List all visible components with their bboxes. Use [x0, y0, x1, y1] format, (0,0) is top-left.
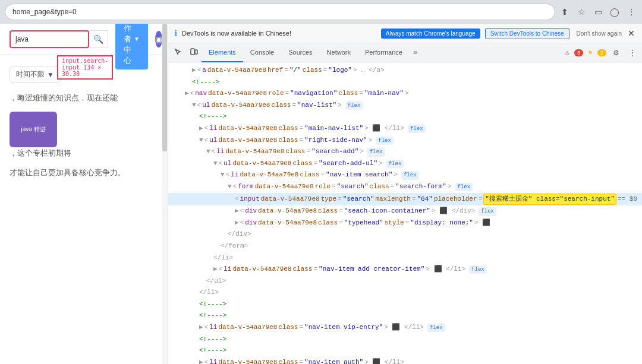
tab-elements-label: Elements — [209, 49, 236, 56]
tab-network[interactable]: Network — [320, 43, 358, 62]
always-match-button[interactable]: Always match Chrome's language — [381, 29, 480, 39]
creator-btn-arrow-icon: ▼ — [134, 36, 140, 42]
tree-line[interactable]: ▼ <ul data-v-54aa79e8 class="nav-list" >… — [168, 100, 642, 112]
browser-content: input.search-input 134 × 30.38 🔍 创作者中心 ▼… — [0, 24, 642, 364]
element-select-icon — [174, 48, 182, 56]
warning-badge: 2 — [597, 49, 606, 56]
address-text: home_page&type=0 — [12, 8, 77, 16]
error-icon: ⚠ — [565, 50, 569, 56]
switch-chinese-button[interactable]: Switch DevTools to Chinese — [485, 28, 569, 39]
tree-line[interactable]: ▶ <li data-v-54aa79e8 class="nav-item au… — [168, 357, 642, 364]
tab-console[interactable]: Console — [243, 43, 281, 62]
tree-line[interactable]: ▼ <li data-v-54aa79e8 class="search-add"… — [168, 146, 642, 158]
svg-rect-0 — [191, 49, 194, 55]
highlighted-input-line[interactable]: <input data-v-54aa79e8 type="search" max… — [168, 193, 642, 206]
tree-line[interactable]: ▼ <form data-v-54aa79e8 role="search" cl… — [168, 181, 642, 193]
device-toggle-icon — [190, 48, 198, 56]
tree-line[interactable]: </li> — [168, 287, 642, 299]
devtools-more-icon[interactable]: ⋮ — [625, 46, 640, 60]
tab-sources[interactable]: Sources — [281, 43, 319, 62]
tree-line[interactable]: ▶ <li data-v-54aa79e8 class="main-nav-li… — [168, 123, 642, 135]
page-content: 时间不限 ▼ ，晦涩难懂的知识点，现在还能 java 精进 ，这个专栏初期将 才… — [0, 55, 168, 198]
page-navbar: input.search-input 134 × 30.38 🔍 创作者中心 ▼… — [0, 24, 168, 55]
account-icon[interactable]: ◯ — [609, 6, 621, 18]
time-filter-label: 时间不限 — [16, 69, 45, 80]
tree-line[interactable]: ▶ <div data-v-54aa79e8 class="seach-icon… — [168, 205, 642, 217]
search-button[interactable]: 🔍 — [89, 30, 108, 48]
warning-icon: ⚑ — [588, 50, 593, 56]
tab-sources-label: Sources — [288, 49, 312, 56]
devtools-device-icon[interactable] — [186, 43, 202, 62]
page-scrollbar[interactable] — [162, 24, 168, 364]
page-scroll-thumb — [162, 24, 167, 151]
time-filter-dropdown[interactable]: 时间不限 ▼ — [10, 67, 61, 83]
creator-center-button[interactable]: 创作者中心 ▼ — [115, 24, 148, 69]
browser-toolbar: home_page&type=0 ⬆ ☆ ▭ ◯ ⋮ — [0, 0, 642, 24]
course-card-label: java 精进 — [21, 125, 45, 134]
tree-line[interactable]: <!----> — [168, 345, 642, 357]
devtools-select-icon[interactable] — [171, 43, 186, 62]
time-filter-arrow-icon: ▼ — [47, 71, 54, 79]
tree-line[interactable]: </form> — [168, 240, 642, 252]
close-devtools-button[interactable]: ✕ — [625, 27, 637, 39]
page-area: input.search-input 134 × 30.38 🔍 创作者中心 ▼… — [0, 24, 168, 364]
tree-line[interactable]: <!----> — [168, 334, 642, 346]
settings-icon[interactable]: ⚙ — [609, 46, 623, 60]
tree-line[interactable]: ▶ <div data-v-54aa79e8 class="typehead" … — [168, 217, 642, 229]
devtools-panel: ✕ ℹ DevTools is now available in Chinese… — [168, 24, 642, 364]
error-badge: 3 — [574, 49, 583, 56]
tree-line[interactable]: ▶ <li data-v-54aa79e8 class="nav-item ad… — [168, 264, 642, 276]
tree-line[interactable]: ▼ <li data-v-54aa79e8 class="nav-item se… — [168, 169, 642, 181]
tree-line[interactable]: <!----> — [168, 299, 642, 311]
tree-line[interactable]: </ul> — [168, 276, 642, 287]
star-icon[interactable]: ☆ — [575, 6, 587, 18]
tab-more[interactable]: » — [410, 43, 421, 62]
tree-line[interactable]: </div> — [168, 229, 642, 240]
search-box-wrapper: input.search-input 134 × 30.38 🔍 — [10, 30, 108, 48]
tree-line[interactable]: ▼ <ul data-v-54aa79e8 class="right-side-… — [168, 135, 642, 147]
svg-rect-1 — [195, 50, 197, 54]
tree-line[interactable]: </li> — [168, 252, 642, 264]
page-text-1: ，晦涩难懂的知识点，现在还能 — [10, 92, 158, 105]
notification-text: DevTools is now available in Chinese! — [182, 30, 376, 37]
menu-icon[interactable]: ⋮ — [625, 6, 637, 18]
tab-performance[interactable]: Performance — [358, 43, 410, 62]
page-text-2: ，这个专栏初期将 — [10, 147, 158, 160]
tree-line[interactable]: <!----> — [168, 77, 642, 88]
browser-window: home_page&type=0 ⬆ ☆ ▭ ◯ ⋮ input.search-… — [0, 0, 642, 364]
tab-elements[interactable]: Elements — [202, 43, 243, 62]
html-tree[interactable]: ▶ <a data-v-54aa79e8 href="/" class="log… — [168, 62, 642, 364]
course-card[interactable]: java 精进 — [10, 112, 57, 147]
share-icon[interactable]: ⬆ — [559, 6, 571, 18]
tree-line[interactable]: ▼ <ul data-v-54aa79e8 class="search-add-… — [168, 158, 642, 170]
tab-performance-label: Performance — [365, 49, 402, 56]
devtools-notification: ℹ DevTools is now available in Chinese! … — [168, 24, 642, 43]
toolbar-icons: ⬆ ☆ ▭ ◯ ⋮ — [559, 6, 637, 18]
dont-show-link[interactable]: Don't show again — [577, 30, 622, 37]
cast-icon[interactable]: ▭ — [592, 6, 604, 18]
tree-line[interactable]: <!----> — [168, 310, 642, 322]
highlighted-placeholder-value: "搜索稀土掘金" class="search-input" — [483, 194, 616, 205]
devtools-tab-icons: ⚠ 3 ⚑ 2 ⚙ ⋮ — [565, 46, 640, 60]
devtools-tabs: Elements Console Sources Network Perform… — [168, 43, 642, 62]
search-icon: 🔍 — [93, 34, 103, 44]
course-card-area: java 精进 — [10, 112, 158, 147]
tree-line[interactable]: ▶ <a data-v-54aa79e8 href="/" class="log… — [168, 65, 642, 77]
tree-line[interactable]: <!----> — [168, 111, 642, 123]
tree-line[interactable]: ▶ <nav data-v-54aa79e8 role="navigation"… — [168, 88, 642, 100]
tab-console-label: Console — [250, 49, 274, 56]
search-input[interactable] — [10, 30, 89, 48]
info-icon: ℹ — [174, 29, 177, 38]
address-bar[interactable]: home_page&type=0 — [5, 4, 555, 20]
page-text-3: 才能让自己更加具备核心竞争力。 — [10, 167, 158, 179]
tab-network-label: Network — [327, 49, 351, 56]
tree-line[interactable]: ▶ <li data-v-54aa79e8 class="nav-item vi… — [168, 322, 642, 334]
creator-btn-label: 创作者中心 — [124, 24, 131, 66]
